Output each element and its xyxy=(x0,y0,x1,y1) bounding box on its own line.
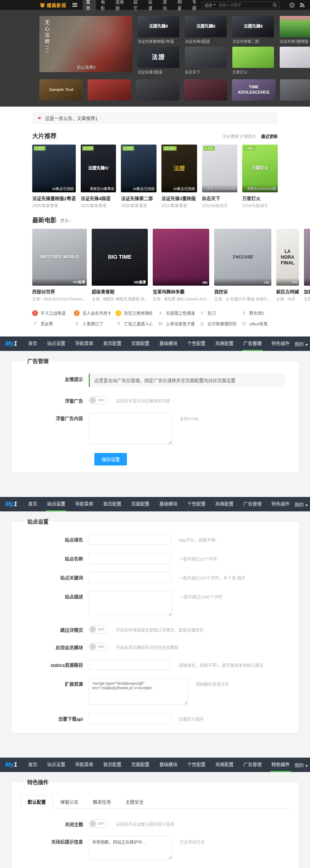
admin-menu-item[interactable]: 页面配置 xyxy=(126,758,154,772)
movie-card[interactable]: 3.801 万家灯火 更新至20200316期 万家灯火 2019/大陆/综艺 xyxy=(242,145,278,208)
admin-menu-item[interactable]: 站点设置 xyxy=(42,337,70,351)
thunder-api-input[interactable] xyxy=(89,713,171,724)
hero-poster-card[interactable]: 万家灯火 xyxy=(232,47,274,75)
admin-menu-item[interactable]: 个性配置 xyxy=(182,758,210,772)
site-menu-item[interactable]: 电影 xyxy=(97,0,111,13)
movie-card[interactable]: J'ACCUSE HD 我控诉 主演：让·杜雅尔丹,路易·加瑞尔,... xyxy=(214,229,271,302)
my-account-menu[interactable]: 我的 xyxy=(294,762,308,768)
site-domain-input[interactable] xyxy=(89,534,171,545)
announcement-bar[interactable]: 这是一条公告，文章推荐1 xyxy=(32,112,278,124)
admin-menu-item[interactable]: 个性配置 xyxy=(182,497,210,511)
admin-menu-item[interactable]: 页面配置 xyxy=(126,497,154,511)
rank-item[interactable]: 7 恶女帮 xyxy=(32,319,69,328)
rank-item[interactable]: 5 砍刀 xyxy=(199,308,236,318)
history-icon[interactable] xyxy=(290,3,294,8)
plugin-tab[interactable]: 主题安全 xyxy=(118,795,151,809)
admin-menu-item[interactable]: 首页 xyxy=(23,758,42,772)
rank-item[interactable]: 10 上帝深爱鱼子酱 xyxy=(157,319,194,328)
rank-item[interactable]: 2 没人会杀杰西卡 xyxy=(74,308,111,318)
admin-menu-item[interactable]: 首页 xyxy=(23,337,42,351)
admin-menu-item[interactable]: 广告管理 xyxy=(238,337,266,351)
recent-update-link[interactable]: 最近更新 xyxy=(261,133,278,139)
movie-card[interactable]: HD 宝莱坞舞林争霸 主演：普拉那·纳托,Ganesh,Ach... xyxy=(153,229,209,302)
hero-poster[interactable] xyxy=(280,79,310,101)
admin-menu-item[interactable]: 基础模块 xyxy=(154,337,182,351)
admin-logo[interactable]: My1 xyxy=(5,340,17,347)
admin-menu-item[interactable]: 导航菜单 xyxy=(70,758,98,772)
hero-poster[interactable] xyxy=(184,79,227,101)
movie-card[interactable]: LA HORA FINAL HD 疯狂古柯碱 主演：内详 xyxy=(276,229,299,302)
statics-path-input[interactable] xyxy=(89,659,171,670)
admin-menu-item[interactable]: 风格配置 xyxy=(210,337,238,351)
hero-poster-card[interactable]: 法證先鋒II 法证先锋4国语 xyxy=(185,16,227,44)
rank-item[interactable]: 8 人鬼情已了 xyxy=(74,319,111,328)
admin-menu-item[interactable]: 首页 xyxy=(23,497,42,511)
site-menu-item[interactable]: 动漫 xyxy=(145,0,158,13)
admin-menu-item[interactable]: 首页配置 xyxy=(98,758,126,772)
admin-menu-item[interactable]: 首页配置 xyxy=(98,497,126,511)
admin-menu-item[interactable]: 站点设置 xyxy=(42,497,70,511)
admin-logo[interactable]: My1 xyxy=(5,501,17,508)
site-keyword-input[interactable] xyxy=(89,572,171,583)
site-menu-item[interactable]: 资讯 xyxy=(160,0,173,13)
admin-menu-item[interactable]: 特色插件 xyxy=(266,758,294,772)
admin-menu-item[interactable]: 站点设置 xyxy=(42,758,70,772)
float-ad-toggle[interactable]: OFF xyxy=(89,396,108,404)
rss-icon[interactable] xyxy=(300,3,305,8)
hero-poster[interactable] xyxy=(88,79,131,101)
rank-item[interactable]: 9 亡徒之蛊惑人心 xyxy=(116,319,152,328)
hero-poster-card[interactable]: 杂志天下 xyxy=(185,47,227,75)
movie-card[interactable]: 4.203 30集全/已完结 法证先锋重映版2粤语 2008/香港/香港 xyxy=(32,145,76,208)
hero-poster[interactable]: Sample Text xyxy=(39,79,83,101)
site-description-textarea[interactable] xyxy=(89,591,172,616)
admin-menu-item[interactable]: 导航菜单 xyxy=(70,497,98,511)
ext-resource-textarea[interactable]: <script type="text/javascript" src="/sta… xyxy=(89,678,188,705)
rank-item[interactable]: 4 无极限之危情速递 xyxy=(157,308,194,318)
admin-menu-item[interactable]: 基础模块 xyxy=(154,497,182,511)
rank-item[interactable]: 1 不义之战粤语 xyxy=(32,308,69,318)
movie-card[interactable]: 10.202 法證 30集全/已完结 法证先锋3重映版 2011/香港/香港 xyxy=(161,145,197,208)
hero-poster-card[interactable] xyxy=(280,47,310,75)
admin-menu-item[interactable]: 导航菜单 xyxy=(70,337,98,351)
site-menu-item[interactable]: 连续剧 xyxy=(112,0,128,13)
my-account-menu[interactable]: 我的 xyxy=(294,341,308,347)
movie-card[interactable]: BIG TIME HD高清 超级青春期 主演：梅丽莎·梅隆克,西蒙妮·哈... xyxy=(92,229,148,302)
admin-menu-item[interactable]: 基础模块 xyxy=(154,758,182,772)
menu-icon[interactable] xyxy=(72,2,77,8)
hero-poster[interactable]: TIME ADOLESCENCE xyxy=(232,79,276,101)
plugin-tab[interactable]: 触发任务 xyxy=(86,795,118,809)
site-logo[interactable]: 播猫影视 xyxy=(39,2,66,8)
admin-menu-item[interactable]: 风格配置 xyxy=(210,497,238,511)
admin-menu-item[interactable]: 广告管理 xyxy=(238,497,266,511)
movie-card[interactable]: Ratna HD 加利和拉特纳 主演：Rafal,Hady,Sheryl,She… xyxy=(304,229,310,302)
admin-menu-item[interactable]: 页面配置 xyxy=(126,337,154,351)
plugin-tab[interactable]: 弹窗公告 xyxy=(53,795,86,809)
admin-menu-item[interactable]: 特色插件 xyxy=(266,337,294,351)
hero-poster[interactable] xyxy=(136,79,179,101)
plugin-tab[interactable]: 默认配置 xyxy=(20,795,53,809)
movie-card[interactable]: 9.203 法證先鋒IV 更新至23集粤语 法证先锋4国语 2020/香港/香港 xyxy=(81,145,116,208)
rank-item[interactable]: 11 比尔和泰德历险记 xyxy=(199,319,236,328)
hero-poster-card[interactable]: 法證先鋒II 法证先锋重映版2粤语 xyxy=(138,16,179,44)
save-settings-button[interactable]: 保存设置 xyxy=(94,453,127,465)
admin-menu-item[interactable]: 风格配置 xyxy=(210,758,238,772)
site-menu-item[interactable]: 综艺 xyxy=(130,0,143,13)
rank-item[interactable]: 12 office有鬼 xyxy=(241,319,278,328)
float-ad-content-textarea[interactable] xyxy=(89,413,172,445)
member-module-toggle[interactable]: OFF xyxy=(89,643,108,651)
site-name-input[interactable] xyxy=(89,553,171,564)
hero-poster-card[interactable]: 法證 法证先锋3国语 xyxy=(138,47,179,75)
rank-item[interactable]: 6 野东西2 xyxy=(241,308,278,318)
site-menu-item[interactable]: 明星 xyxy=(174,0,187,13)
movie-card[interactable]: 5.203 30集全/已完结 法证先锋第二部 2008/香港/香港 xyxy=(121,145,157,208)
admin-menu-item[interactable]: 广告管理 xyxy=(238,758,266,772)
close-theme-toggle[interactable]: OFF xyxy=(89,819,108,828)
admin-menu-item[interactable]: 首页配置 xyxy=(98,337,126,351)
admin-menu-item[interactable]: 特色插件 xyxy=(266,497,294,511)
skip-detail-toggle[interactable]: OFF xyxy=(89,625,108,634)
rank-item[interactable]: 3 失控之枪林弹雨 xyxy=(116,308,152,318)
site-menu-item[interactable]: 专题 xyxy=(189,0,202,13)
hero-slider[interactable]: 无心法师III 无心法师3 xyxy=(39,16,132,72)
more-link[interactable]: 更多» xyxy=(60,217,71,223)
site-menu-item[interactable]: 首页 xyxy=(83,0,96,13)
